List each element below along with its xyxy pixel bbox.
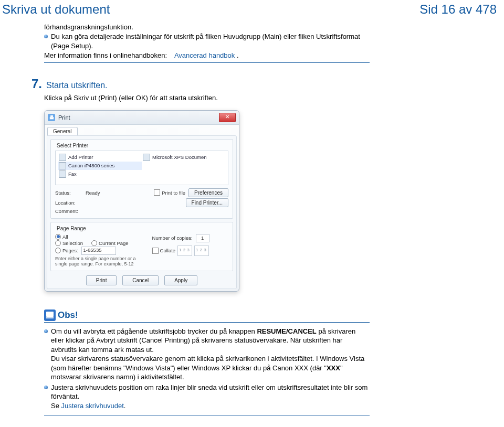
radio-pages[interactable] [55, 248, 61, 253]
print-dialog: 🖶 Print ✕ General Select Printer Add Pri… [44, 110, 239, 292]
radio-all-label: All [62, 234, 68, 240]
printer-add[interactable]: Add Printer [58, 153, 142, 162]
location-label: Location: [55, 200, 86, 206]
comment-label: Comment: [55, 208, 86, 214]
print-button[interactable]: Print [86, 275, 117, 285]
preferences-button[interactable]: Preferences [188, 188, 228, 197]
print-to-file-label: Print to file [162, 190, 185, 196]
select-printer-label: Select Printer [55, 143, 90, 148]
copies-label: Number of copies: [152, 235, 193, 241]
status-label: Status: [55, 190, 86, 196]
resume-cancel-term: RESUME/CANCEL [257, 327, 316, 335]
radio-selection[interactable] [55, 240, 61, 246]
radio-selection-label: Selection [62, 240, 83, 246]
copies-input[interactable]: 1 [196, 234, 209, 242]
pages-hint: Enter either a single page number or a s… [55, 256, 147, 266]
bullet-icon [44, 329, 48, 333]
more-info-prefix: Mer information finns i onlinehandboken: [44, 51, 167, 59]
bullet-icon [44, 386, 48, 389]
obs-bullet-2: Justera skrivhuvudets position om raka l… [51, 383, 370, 411]
collate-label: Collate [160, 248, 176, 253]
step-number-7: 7. [26, 77, 46, 91]
radio-current-page-label: Current Page [99, 240, 129, 246]
apply-button[interactable]: Apply [164, 275, 197, 285]
bullet-icon [44, 35, 48, 38]
xxx-term: XXX [327, 364, 340, 372]
printer-xps[interactable]: Microsoft XPS Documen [142, 153, 226, 162]
print-dialog-title: Print [58, 114, 219, 121]
cancel-button[interactable]: Cancel [122, 275, 159, 285]
step-7-body: Klicka på Skriv ut (Print) (eller OK) fö… [44, 93, 370, 103]
page-range-label: Page Range [55, 226, 88, 231]
radio-all[interactable] [55, 234, 61, 240]
obs-bullet-1: Om du vill avbryta ett pågående utskrift… [51, 327, 370, 382]
close-button[interactable]: ✕ [219, 113, 236, 122]
print-dialog-icon: 🖶 [48, 114, 55, 121]
more-info-line: Mer information finns i onlinehandboken:… [44, 51, 370, 59]
book-icon [44, 309, 56, 321]
intro-bullet-text: Du kan göra detaljerade inställningar fö… [51, 32, 370, 50]
printer-canon[interactable]: Canon iP4800 series [58, 162, 142, 170]
printer-list[interactable]: Add Printer Microsoft XPS Documen Canon … [55, 151, 228, 185]
advanced-handbook-link[interactable]: Avancerad handbok [174, 51, 235, 59]
obs-box: Om du vill avbryta ett pågående utskrift… [44, 322, 370, 415]
intro-continuation: förhandsgranskningsfunktion. [44, 23, 370, 31]
collate-checkbox[interactable] [152, 248, 159, 254]
printer-fax[interactable]: Fax [58, 170, 144, 178]
obs-heading: Obs! [58, 310, 78, 321]
tab-general[interactable]: General [47, 127, 78, 135]
find-printer-button[interactable]: Find Printer... [186, 198, 228, 207]
radio-current-page[interactable] [91, 240, 97, 246]
adjust-printhead-link[interactable]: Justera skrivhuvudet [61, 402, 124, 410]
collate-illustration-1 [177, 245, 192, 256]
page-title: Skriva ut dokument [2, 2, 110, 17]
divider [44, 62, 370, 63]
page-indicator: Sid 16 av 478 [419, 2, 497, 17]
print-to-file-checkbox[interactable] [154, 189, 160, 196]
radio-pages-label: Pages: [62, 248, 78, 253]
collate-illustration-2 [194, 245, 209, 256]
step-7-title: Starta utskriften. [46, 81, 108, 90]
more-info-suffix: . [237, 51, 239, 59]
pages-input[interactable]: 1-65535 [81, 247, 116, 255]
status-value: Ready [86, 190, 154, 196]
